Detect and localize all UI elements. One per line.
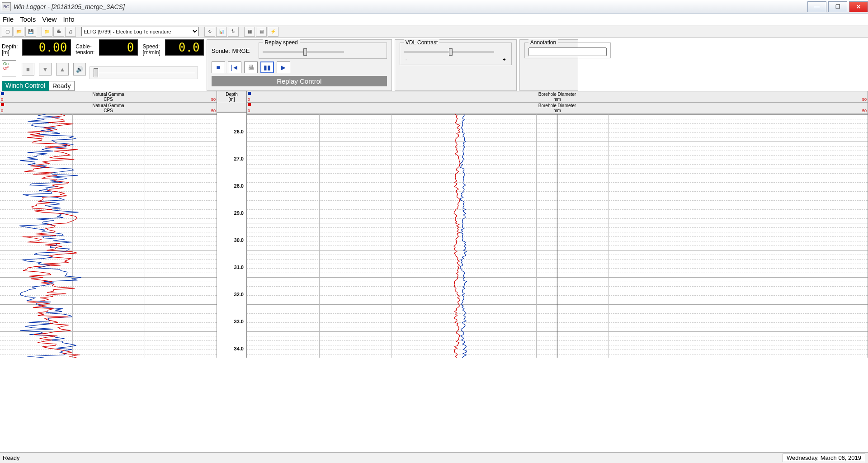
track-borehole: Borehole Diametermm050 Borehole Diameter… bbox=[247, 91, 868, 358]
replay-control-bar: Replay Control bbox=[212, 76, 387, 86]
menu-file[interactable]: File bbox=[3, 15, 14, 23]
tool-chart-icon[interactable]: 📊 bbox=[216, 27, 227, 37]
menu-info[interactable]: Info bbox=[63, 15, 74, 23]
winch-sound-icon[interactable]: 🔊 bbox=[73, 63, 86, 76]
window-title: Win Logger - [20181205_merge_3ACS] bbox=[14, 3, 125, 10]
tool-folder-icon[interactable]: 📁 bbox=[42, 27, 52, 37]
sonde-label: Sonde: bbox=[212, 47, 230, 54]
tool-bolt-icon[interactable]: ⚡ bbox=[268, 27, 278, 37]
vdl-panel: VDL Contrast - + bbox=[395, 39, 517, 91]
control-panels-row: Depth: [m] 0.00 Cable- tension: 0 Speed:… bbox=[0, 38, 868, 91]
winch-down-icon[interactable]: ▼ bbox=[39, 63, 52, 76]
tool-calendar-icon[interactable]: ▤ bbox=[256, 27, 267, 37]
status-bar: Ready Wednesday, March 06, 2019 bbox=[0, 452, 868, 463]
vdl-plus-label: + bbox=[503, 57, 506, 63]
track-depth: Depth[m] 26.027.028.029.030.031.032.033.… bbox=[217, 91, 247, 358]
toolbar: ▢ 📂 💾 📁 🖶 🖨 ELTG [9739] - Electric Log T… bbox=[0, 25, 868, 38]
depth-unit: [m] bbox=[2, 50, 9, 56]
tool-select-dropdown[interactable]: ELTG [9739] - Electric Log Temperature bbox=[81, 27, 199, 36]
vdl-contrast-slider[interactable] bbox=[404, 51, 494, 53]
replay-speed-slider[interactable] bbox=[263, 51, 344, 53]
sonde-value: MRGE bbox=[232, 47, 250, 54]
replay-pause-button[interactable]: ▮▮ bbox=[260, 61, 274, 73]
winch-speed-slider[interactable] bbox=[90, 66, 198, 79]
winch-control-tag: Winch Control bbox=[2, 81, 49, 91]
menu-view[interactable]: View bbox=[42, 15, 57, 23]
winch-status-text: Ready bbox=[49, 81, 75, 91]
replay-print-button[interactable]: 🖶 bbox=[244, 61, 258, 73]
vdl-minus-label: - bbox=[406, 57, 407, 63]
replay-speed-legend: Replay speed bbox=[263, 39, 299, 46]
tool-print-icon[interactable]: 🖶 bbox=[53, 27, 64, 37]
menu-tools[interactable]: Tools bbox=[20, 15, 36, 23]
log-tracks: Natural GammaCPS050 Natural GammaCPS050 … bbox=[0, 91, 868, 358]
winch-up-icon[interactable]: ▲ bbox=[56, 63, 69, 76]
speed-readout: 0.0 bbox=[165, 39, 204, 56]
depth-readout: 0.00 bbox=[22, 39, 71, 56]
cable-label2: tension: bbox=[75, 50, 94, 56]
power-toggle[interactable]: OnOff bbox=[2, 60, 16, 76]
tool-new-icon[interactable]: ▢ bbox=[2, 27, 13, 37]
winch-stop-icon[interactable]: ■ bbox=[22, 63, 34, 76]
replay-rewind-button[interactable]: |◄ bbox=[228, 61, 241, 73]
tool-preview-icon[interactable]: 🖨 bbox=[65, 27, 76, 37]
status-date: Wednesday, March 06, 2019 bbox=[783, 454, 865, 462]
replay-stop-button[interactable]: ■ bbox=[212, 61, 225, 73]
track-gamma: Natural GammaCPS050 Natural GammaCPS050 bbox=[0, 91, 217, 358]
maximize-button[interactable]: ❐ bbox=[828, 1, 847, 12]
annotation-input[interactable] bbox=[528, 47, 607, 56]
status-ready: Ready bbox=[3, 454, 20, 461]
menu-bar: File Tools View Info bbox=[0, 14, 868, 25]
tool-refresh-icon[interactable]: ↻ bbox=[204, 27, 215, 37]
vdl-legend: VDL Contrast bbox=[404, 39, 440, 46]
close-button[interactable]: ✕ bbox=[849, 1, 868, 12]
minimize-button[interactable]: — bbox=[807, 1, 826, 12]
cable-readout: 0 bbox=[99, 39, 138, 56]
tool-open-icon[interactable]: 📂 bbox=[14, 27, 24, 37]
tool-save-icon[interactable]: 💾 bbox=[25, 27, 36, 37]
replay-panel: Sonde: MRGE Replay speed ■ |◄ 🖶 ▮▮ ▶ Rep… bbox=[207, 39, 392, 91]
annotation-panel: Annotation bbox=[519, 39, 578, 91]
title-bar: RG Win Logger - [20181205_merge_3ACS] — … bbox=[0, 0, 868, 14]
tool-fx-icon[interactable]: fₓ bbox=[228, 27, 239, 37]
app-icon: RG bbox=[2, 2, 11, 11]
annotation-legend: Annotation bbox=[528, 39, 558, 46]
speed-unit: [m/min] bbox=[142, 50, 160, 56]
tool-grid-icon[interactable]: ▦ bbox=[244, 27, 255, 37]
replay-play-button[interactable]: ▶ bbox=[277, 61, 290, 73]
